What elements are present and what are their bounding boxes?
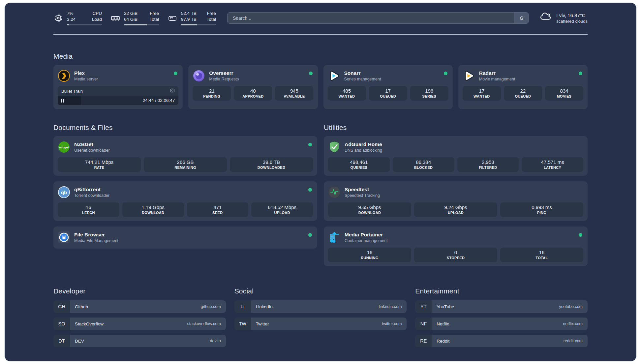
- service-card-plex[interactable]: Plex Media server Bullet Train: [53, 65, 183, 109]
- service-card-radarr[interactable]: Radarr Movie management 17WANTED 22QUEUE…: [458, 65, 588, 109]
- card-title: Media Portainer: [345, 232, 388, 238]
- card-title: Radarr: [479, 70, 515, 76]
- service-card-qbittorrent[interactable]: qb qBittorrent Torrent downloader 16LEEC…: [53, 181, 317, 221]
- bookmark-netflix[interactable]: NF Netflixnetflix.com: [415, 318, 588, 330]
- stat: 266 GBREMAINING: [144, 157, 227, 172]
- qbittorrent-icon: qb: [58, 186, 70, 198]
- stat: 498,461QUERIES: [328, 157, 390, 172]
- bookmark-url: youtube.com: [559, 304, 583, 309]
- bookmark-stackoverflow[interactable]: SO StackOverflowstackoverflow.com: [53, 318, 226, 330]
- card-title: File Browser: [74, 232, 118, 238]
- bookmark-url: stackoverflow.com: [187, 321, 221, 326]
- stat: 17QUEUED: [369, 86, 407, 101]
- resource-widgets: 7%3.24 CPULoad: [53, 11, 216, 25]
- stat: 40APPROVED: [234, 86, 272, 101]
- section-title-social: Social: [234, 287, 407, 295]
- stat: 945AVAILABLE: [275, 86, 313, 101]
- bookmark-name: Reddit: [437, 339, 449, 344]
- section-title-entertainment: Entertainment: [415, 287, 588, 295]
- radarr-icon: [463, 70, 475, 82]
- card-title: Sonarr: [344, 70, 381, 76]
- bookmark-abbr: NF: [415, 318, 432, 330]
- bookmark-twitter[interactable]: TW Twittertwitter.com: [234, 318, 407, 330]
- stat: 0.993 msPING: [500, 202, 583, 217]
- section-title-utilities: Utilities: [324, 124, 588, 132]
- bookmark-linkedin[interactable]: LI LinkedInlinkedin.com: [234, 300, 407, 313]
- bookmark-group-entertainment: Entertainment YT YouTubeyoutube.com NF N…: [415, 287, 588, 352]
- bookmark-url: twitter.com: [382, 321, 402, 326]
- bookmark-abbr: DT: [53, 335, 70, 347]
- card-title: Speedtest: [345, 187, 380, 193]
- service-card-portainer[interactable]: Media Portainer Container management 16R…: [324, 227, 588, 266]
- filebrowser-icon: [58, 231, 70, 244]
- bookmark-abbr: RE: [415, 335, 432, 347]
- bookmark-abbr: YT: [415, 300, 432, 313]
- stat: 744.21 MbpsRATE: [58, 157, 141, 172]
- bookmark-abbr: TW: [234, 318, 251, 330]
- dashboard-panel: 7%3.24 CPULoad: [5, 3, 636, 361]
- playback-progress-bar: 24:44 / 02:06:47: [58, 96, 178, 105]
- service-card-adguard[interactable]: AdGuard Home DNS and adblocking 498,461Q…: [324, 136, 588, 176]
- bookmark-abbr: SO: [53, 318, 70, 330]
- sonarr-icon: [328, 70, 340, 82]
- bookmark-group-developer: Developer GH Githubgithub.com SO StackOv…: [53, 287, 226, 352]
- card-title: NZBGet: [74, 141, 110, 147]
- cpu-values: 7%3.24: [67, 11, 76, 22]
- service-card-overseerr[interactable]: Overseerr Media Requests 21PENDING 40APP…: [188, 65, 318, 109]
- bookmark-name: Netflix: [437, 321, 449, 326]
- stat: 9.24 GbpsUPLOAD: [414, 202, 497, 217]
- weather-location-temp: Lviv, 16.87°C: [556, 13, 588, 18]
- bookmark-github[interactable]: GH Githubgithub.com: [53, 300, 226, 313]
- memory-values: 22 GiB64 GiB: [124, 11, 137, 22]
- stat: 9.65 GbpsDOWNLOAD: [328, 202, 411, 217]
- bookmark-abbr: LI: [234, 300, 251, 313]
- cpu-icon: [53, 12, 63, 24]
- memory-labels: FreeTotal: [149, 11, 159, 22]
- status-dot: [309, 72, 313, 75]
- stat: 17WANTED: [463, 86, 501, 101]
- service-card-sonarr[interactable]: Sonarr Series management 485WANTED 17QUE…: [323, 65, 453, 109]
- bookmarks-area: Developer GH Githubgithub.com SO StackOv…: [53, 287, 588, 361]
- search-input[interactable]: [228, 13, 514, 23]
- bookmark-reddit[interactable]: RE Redditreddit.com: [415, 335, 588, 347]
- disk-usage-bar: [181, 24, 216, 25]
- card-subtitle: Media Requests: [209, 77, 239, 81]
- cpu-usage-bar: [67, 24, 102, 25]
- bookmark-dev[interactable]: DT DEVdev.to: [53, 335, 226, 347]
- bookmark-url: netflix.com: [563, 321, 583, 326]
- pause-icon: [61, 99, 64, 103]
- disk-labels: FreeTotal: [206, 11, 216, 22]
- stat: 86,384BLOCKED: [393, 157, 454, 172]
- cpu-widget: 7%3.24 CPULoad: [53, 11, 102, 25]
- stat: 22QUEUED: [504, 86, 542, 101]
- card-subtitle: Speedtest Tracking: [345, 193, 380, 198]
- bookmark-name: DEV: [75, 339, 84, 344]
- now-playing-title: Bullet Train: [61, 89, 83, 94]
- cloud-icon: [539, 12, 552, 24]
- bookmark-name: StackOverflow: [75, 321, 104, 326]
- service-card-nzbget[interactable]: nzbget NZBGet Usenet downloader 744.21 M…: [53, 136, 317, 176]
- card-title: AdGuard Home: [345, 141, 382, 147]
- utilities-column: Utilities: [324, 124, 588, 266]
- stat: 618.52 MbpsUPLOAD: [251, 202, 313, 217]
- svg-text:qb: qb: [61, 190, 67, 195]
- disk-values: 52.4 TB97.9 TB: [181, 11, 197, 22]
- disk-icon: [168, 12, 177, 24]
- bookmark-name: Github: [75, 304, 88, 309]
- adguard-icon: [328, 141, 341, 153]
- card-title: qBittorrent: [74, 187, 109, 193]
- overseerr-icon: [193, 70, 205, 82]
- stat: 1.19 GbpsDOWNLOAD: [122, 202, 184, 217]
- portainer-icon: [328, 231, 341, 244]
- memory-icon: [110, 12, 120, 24]
- stat: 834MOVIES: [545, 86, 583, 101]
- stat: 196SERIES: [410, 86, 448, 101]
- search-provider-button[interactable]: G: [514, 13, 529, 23]
- service-card-speedtest[interactable]: Speedtest Speedtest Tracking 9.65 GbpsDO…: [324, 181, 588, 221]
- service-card-filebrowser[interactable]: File Browser Media File Management: [53, 227, 317, 249]
- bookmark-youtube[interactable]: YT YouTubeyoutube.com: [415, 300, 588, 313]
- card-subtitle: Media server: [74, 77, 98, 81]
- card-title: Overseerr: [209, 70, 239, 76]
- bookmark-name: LinkedIn: [256, 304, 273, 309]
- topbar-divider: [53, 34, 588, 35]
